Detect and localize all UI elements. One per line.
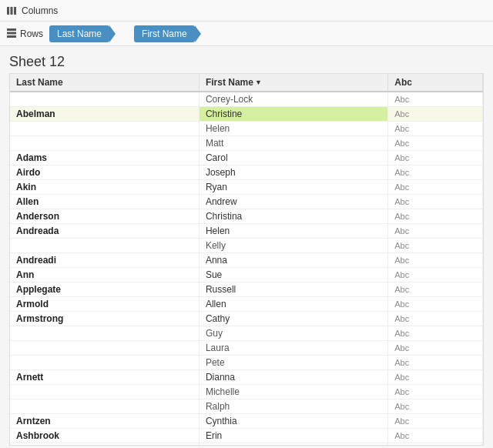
cell-last-name: Abelman bbox=[10, 107, 199, 122]
table-row: AndersonChristinaAbc bbox=[10, 209, 483, 224]
table-row: GuyAbc bbox=[10, 326, 483, 341]
cell-abc: Abc bbox=[388, 253, 483, 268]
table-row: AirdoJosephAbc bbox=[10, 165, 483, 180]
cell-last-name bbox=[10, 400, 199, 414]
cell-abc: Abc bbox=[388, 326, 483, 341]
cell-abc: Abc bbox=[388, 385, 483, 400]
cell-last-name: Ashbrook bbox=[10, 429, 199, 443]
cell-last-name: Akin bbox=[10, 180, 199, 195]
rows-label: Rows bbox=[6, 27, 43, 40]
data-table-container[interactable]: Last Name First Name ▼ Abc Corey-LockAbc… bbox=[9, 73, 484, 446]
cell-last-name: Armstrong bbox=[10, 312, 199, 326]
cell-last-name: Armold bbox=[10, 297, 199, 312]
col-header-last-name[interactable]: Last Name bbox=[10, 74, 199, 92]
columns-bar: Columns bbox=[0, 0, 493, 22]
cell-abc: Abc bbox=[388, 356, 483, 370]
rows-bar: Rows Last Name First Name bbox=[0, 22, 493, 46]
cell-first-name: Ralph bbox=[199, 400, 387, 414]
cell-abc: Abc bbox=[388, 195, 483, 209]
cell-abc: Abc bbox=[388, 224, 483, 239]
cell-abc: Abc bbox=[388, 312, 483, 326]
cell-abc: Abc bbox=[388, 151, 483, 165]
cell-first-name: Anna bbox=[199, 253, 387, 268]
cell-first-name: Pete bbox=[199, 356, 387, 370]
table-row: AllenAndrewAbc bbox=[10, 195, 483, 209]
table-row: AnnSueAbc bbox=[10, 268, 483, 283]
cell-first-name: Andrew bbox=[199, 195, 387, 209]
cell-abc: Abc bbox=[388, 180, 483, 195]
table-row: ApplegateRussellAbc bbox=[10, 283, 483, 297]
cell-last-name: Applegate bbox=[10, 283, 199, 297]
cell-first-name: Ryan bbox=[199, 180, 387, 195]
cell-first-name: Sue bbox=[199, 268, 387, 283]
cell-last-name: Arnett bbox=[10, 370, 199, 385]
rows-text: Rows bbox=[20, 28, 43, 39]
svg-rect-2 bbox=[14, 7, 16, 15]
cell-first-name: Cynthia bbox=[199, 414, 387, 429]
pill-first-name[interactable]: First Name bbox=[134, 25, 195, 42]
cell-last-name bbox=[10, 385, 199, 400]
cell-abc: Abc bbox=[388, 414, 483, 429]
cell-last-name bbox=[10, 326, 199, 341]
cell-last-name: Allen bbox=[10, 195, 199, 209]
table-row: ArntzenCynthiaAbc bbox=[10, 414, 483, 429]
cell-first-name: Michelle bbox=[199, 385, 387, 400]
cell-last-name: Adams bbox=[10, 151, 199, 165]
rows-icon bbox=[6, 27, 17, 40]
cell-last-name bbox=[10, 341, 199, 356]
cell-last-name bbox=[10, 136, 199, 151]
cell-first-name: Joseph bbox=[199, 165, 387, 180]
cell-abc: Abc bbox=[388, 370, 483, 385]
table-header-row: Last Name First Name ▼ Abc bbox=[10, 74, 483, 92]
cell-first-name: Erin bbox=[199, 429, 387, 443]
cell-first-name: Christine bbox=[199, 107, 387, 122]
table-row: PeteAbc bbox=[10, 356, 483, 370]
table-row: AndreadaHelenAbc bbox=[10, 224, 483, 239]
table-row: ArmstrongCathyAbc bbox=[10, 312, 483, 326]
cell-abc: Abc bbox=[388, 209, 483, 224]
cell-abc: Abc bbox=[388, 341, 483, 356]
cell-first-name: Dianna bbox=[199, 370, 387, 385]
svg-rect-5 bbox=[7, 35, 16, 38]
cell-last-name: Airdo bbox=[10, 165, 199, 180]
table-row: KellyAbc bbox=[10, 239, 483, 253]
cell-last-name bbox=[10, 122, 199, 136]
cell-first-name: Cathy bbox=[199, 312, 387, 326]
cell-abc: Abc bbox=[388, 400, 483, 414]
cell-first-name: Guy bbox=[199, 326, 387, 341]
col-header-abc: Abc bbox=[388, 74, 483, 92]
cell-last-name bbox=[10, 443, 199, 446]
sheet-title: Sheet 12 bbox=[0, 46, 493, 73]
cell-first-name: Carol bbox=[199, 151, 387, 165]
cell-first-name: George bbox=[199, 443, 387, 446]
cell-last-name: Ann bbox=[10, 268, 199, 283]
table-row: ArnettDiannaAbc bbox=[10, 370, 483, 385]
table-row: GeorgeAbc bbox=[10, 443, 483, 446]
table-row: LauraAbc bbox=[10, 341, 483, 356]
table-row: AbelmanChristineAbc bbox=[10, 107, 483, 122]
cell-last-name bbox=[10, 239, 199, 253]
cell-first-name: Russell bbox=[199, 283, 387, 297]
svg-rect-0 bbox=[7, 7, 9, 15]
table-row: AshbrookErinAbc bbox=[10, 429, 483, 443]
cell-abc: Abc bbox=[388, 136, 483, 151]
sort-icon: ▼ bbox=[255, 79, 262, 86]
svg-rect-3 bbox=[7, 28, 16, 31]
cell-abc: Abc bbox=[388, 429, 483, 443]
cell-abc: Abc bbox=[388, 297, 483, 312]
cell-abc: Abc bbox=[388, 239, 483, 253]
cell-abc: Abc bbox=[388, 107, 483, 122]
cell-first-name: Christina bbox=[199, 209, 387, 224]
table-row: HelenAbc bbox=[10, 122, 483, 136]
cell-last-name bbox=[10, 356, 199, 370]
cell-first-name: Matt bbox=[199, 136, 387, 151]
cell-first-name: Kelly bbox=[199, 239, 387, 253]
data-table: Last Name First Name ▼ Abc Corey-LockAbc… bbox=[10, 74, 483, 446]
cell-first-name: Allen bbox=[199, 297, 387, 312]
cell-first-name: Laura bbox=[199, 341, 387, 356]
table-row: ArmoldAllenAbc bbox=[10, 297, 483, 312]
pill-last-name[interactable]: Last Name bbox=[49, 25, 109, 42]
col-header-first-name[interactable]: First Name ▼ bbox=[199, 74, 387, 92]
table-row: MattAbc bbox=[10, 136, 483, 151]
cell-first-name: Helen bbox=[199, 122, 387, 136]
